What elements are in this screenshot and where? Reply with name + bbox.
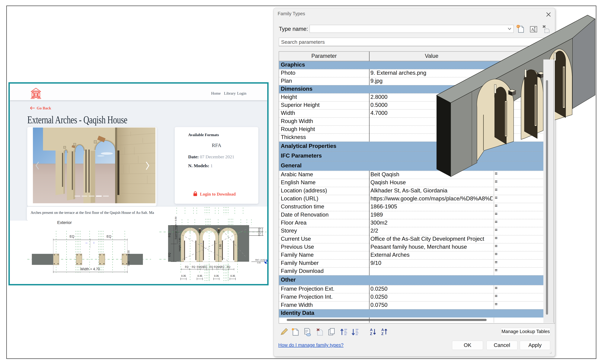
svg-text:EQ: EQ (192, 266, 195, 268)
svg-text:A: A (370, 328, 372, 332)
svg-text:EQ EQ: EQ EQ (258, 228, 261, 236)
svg-text:Height = 2.80: Height = 2.80 (178, 238, 181, 252)
svg-text:EQ: EQ (70, 234, 74, 238)
svg-text:0.35: 0.35 (181, 275, 186, 277)
svg-text:EQ: EQ (210, 266, 213, 268)
svg-text:Ref. Level: Ref. Level (255, 259, 265, 261)
svg-text:0.35: 0.35 (198, 275, 202, 277)
svg-text:0.35: 0.35 (214, 275, 219, 277)
svg-text:2.80: 2.80 (219, 244, 222, 249)
svg-text:↕: ↕ (93, 241, 95, 244)
svg-text:0.35: 0.35 (230, 275, 235, 277)
svg-text:EQ: EQ (107, 234, 111, 238)
svg-text:Z: Z (370, 332, 372, 336)
svg-text:EQ: EQ (185, 266, 189, 268)
svg-text:Z: Z (381, 332, 384, 336)
svg-text:0.00: 0.00 (127, 250, 130, 255)
svg-text:EQQQ: EQQQ (214, 266, 221, 268)
svg-text:0.00: 0.00 (127, 261, 130, 266)
svg-text:Superior Height = 0.50: Superior Height = 0.50 (174, 217, 177, 239)
svg-text:EQ: EQ (168, 253, 171, 257)
svg-text:Width = 4.70: Width = 4.70 (80, 267, 100, 271)
svg-text:↔: ↔ (85, 241, 88, 244)
svg-text:EQ: EQ (168, 233, 171, 237)
svg-text:EQ: EQ (227, 266, 230, 268)
svg-text:Exterior: Exterior (57, 220, 72, 225)
svg-text:0.00: 0.00 (257, 262, 261, 264)
svg-text:A: A (381, 328, 384, 332)
svg-text:↔: ↔ (200, 242, 202, 245)
svg-text:EQQQ: EQQQ (197, 266, 204, 268)
